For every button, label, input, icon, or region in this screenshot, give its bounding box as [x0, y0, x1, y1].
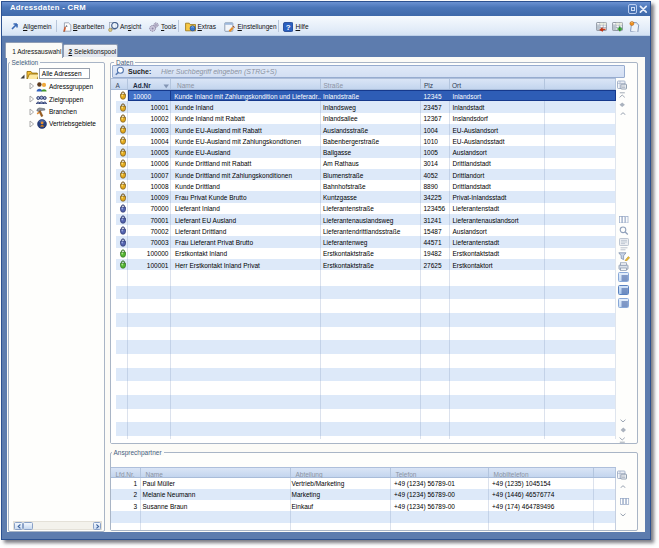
svg-text:?: ?	[285, 22, 290, 31]
